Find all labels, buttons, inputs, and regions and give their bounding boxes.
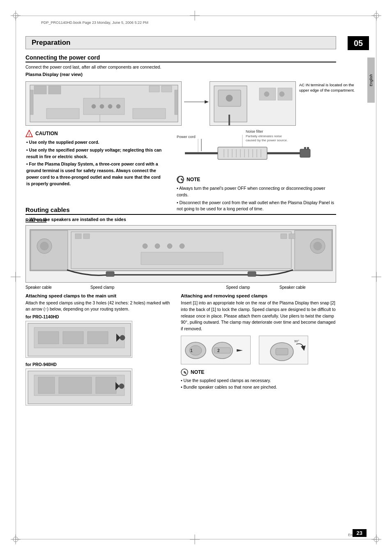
caution-item-2: • Use only the specified power supply vo…	[26, 147, 165, 160]
svg-rect-84	[141, 252, 223, 265]
note-routing-icon: ✎	[181, 368, 188, 376]
rear-view-label: Rear view	[25, 218, 46, 223]
plasma-rear-diagram-right	[210, 81, 296, 126]
plasma-display-label: Plasma Display (rear view)	[25, 72, 336, 77]
svg-rect-90	[289, 234, 295, 239]
svg-point-25	[92, 104, 96, 108]
svg-text:1: 1	[190, 348, 193, 353]
note-icon: ✎	[177, 176, 184, 183]
svg-rect-30	[175, 90, 178, 115]
svg-rect-31	[149, 86, 159, 92]
power-cord-section: Connecting the power cord Connect the po…	[25, 54, 336, 78]
note-power-title: ✎ NOTE	[177, 176, 337, 183]
power-cord-title: Connecting the power cord	[25, 54, 336, 62]
svg-rect-113	[276, 348, 288, 355]
caution-item-1: • Use only the supplied power cord.	[26, 139, 165, 146]
svg-rect-95	[88, 332, 108, 344]
svg-point-28	[116, 104, 120, 108]
power-cord-subtitle: Connect the power cord last, after all o…	[25, 64, 336, 69]
svg-text:!: !	[29, 133, 30, 137]
note-routing-box: ✎ NOTE • Use the supplied speed clamps a…	[181, 368, 337, 391]
removing-desc: Insert [1] into an appropriate hole on t…	[181, 300, 337, 332]
ac-in-note: AC IN terminal is located on the upper e…	[299, 82, 361, 93]
svg-text:Power cord: Power cord	[177, 135, 196, 139]
svg-rect-87	[75, 234, 81, 239]
svg-rect-46	[218, 147, 267, 159]
svg-rect-29	[30, 90, 33, 115]
svg-rect-102	[96, 377, 116, 394]
svg-text:✎: ✎	[183, 370, 187, 375]
caution-item-3: • For the Plasma Display System, a three…	[26, 161, 165, 187]
clamp-diagram-2: 90°	[259, 336, 308, 364]
svg-rect-59	[300, 149, 310, 157]
svg-point-104	[119, 384, 124, 389]
svg-point-75	[40, 242, 48, 250]
caution-box: ! CAUTION • Use only the supplied power …	[25, 130, 165, 188]
corner-crosshair-bl	[11, 534, 21, 544]
caution-list: • Use only the supplied power cord. • Us…	[25, 139, 165, 187]
svg-rect-94	[63, 332, 83, 344]
file-info: PDP_PRO1140HD.book Page 23 Monday, June …	[41, 21, 148, 25]
mid-crosshair-right	[371, 272, 381, 282]
note-item-1: • Always turn the panel's power OFF when…	[177, 185, 337, 198]
svg-text:✎: ✎	[180, 178, 184, 182]
svg-text:90°: 90°	[294, 339, 299, 343]
page-lang: En	[348, 533, 353, 537]
svg-rect-34	[133, 108, 166, 119]
speed-clamp-right-label: Speed clamp	[226, 285, 250, 290]
svg-point-82	[167, 244, 172, 249]
note-routing-item-1: • Use the supplied speed clamps as neces…	[181, 378, 337, 384]
note-routing-title: ✎ NOTE	[181, 368, 337, 376]
chapter-tab: 05	[348, 36, 369, 50]
speed-clamp-diagrams: 1 2	[181, 336, 337, 364]
caution-icon: !	[25, 130, 33, 137]
speaker-cable-right-label: Speaker cable	[279, 285, 306, 290]
for-pro1140hd-label: for PRO-1140HD	[25, 314, 173, 319]
removing-section: Attaching and removing speed clamps Inse…	[181, 293, 337, 390]
attaching-desc: Attach the speed clamps using the 3 hole…	[25, 300, 173, 312]
note-routing-list: • Use the supplied speed clamps as neces…	[181, 378, 337, 391]
caution-title: ! CAUTION	[25, 130, 165, 137]
svg-rect-32	[161, 86, 172, 92]
mid-crosshair-bottom	[190, 534, 200, 544]
removing-title: Attaching and removing speed clamps	[181, 293, 337, 298]
mid-crosshair-top	[190, 11, 200, 21]
svg-text:2: 2	[217, 348, 220, 353]
svg-point-78	[314, 242, 322, 250]
svg-rect-61	[307, 147, 309, 150]
pro940hd-diagram	[25, 368, 132, 405]
routing-diagram	[25, 225, 336, 283]
svg-point-83	[180, 244, 184, 249]
arrow-connector	[184, 98, 209, 106]
svg-point-27	[108, 104, 112, 108]
svg-text:Partially eliminates noise: Partially eliminates noise	[246, 134, 282, 138]
svg-text:caused by the power source.: caused by the power source.	[246, 138, 288, 142]
svg-rect-21	[34, 86, 46, 94]
speaker-cable-left-label: Speaker cable	[25, 285, 52, 290]
svg-point-26	[100, 104, 104, 108]
attaching-section: Attaching speed clamps to the main unit …	[25, 293, 173, 405]
pro1140hd-diagram	[25, 321, 132, 358]
svg-point-44	[279, 92, 284, 97]
svg-point-39	[226, 95, 233, 101]
svg-rect-89	[281, 234, 287, 239]
speed-clamp-left-label: Speed clamp	[90, 285, 114, 290]
corner-crosshair-tr	[371, 11, 381, 21]
power-cord-diagram: Power cord Noise filter Partially elimin…	[177, 127, 337, 176]
plasma-rear-diagram-left	[25, 81, 182, 126]
for-pro940hd-label: for PRO-940HD	[25, 362, 173, 367]
svg-rect-88	[83, 234, 90, 239]
page-number: 23	[353, 529, 367, 537]
svg-rect-100	[38, 377, 55, 394]
svg-text:Noise filter: Noise filter	[246, 129, 263, 134]
corner-crosshair-tl	[11, 11, 21, 21]
svg-point-97	[120, 335, 125, 340]
svg-marker-115	[301, 345, 304, 348]
corner-crosshair-br	[371, 534, 381, 544]
svg-rect-109	[214, 348, 231, 353]
svg-point-80	[143, 244, 148, 249]
svg-marker-111	[237, 349, 243, 352]
svg-rect-33	[46, 108, 79, 119]
svg-rect-60	[304, 147, 306, 150]
section-title: Preparation	[32, 39, 70, 47]
